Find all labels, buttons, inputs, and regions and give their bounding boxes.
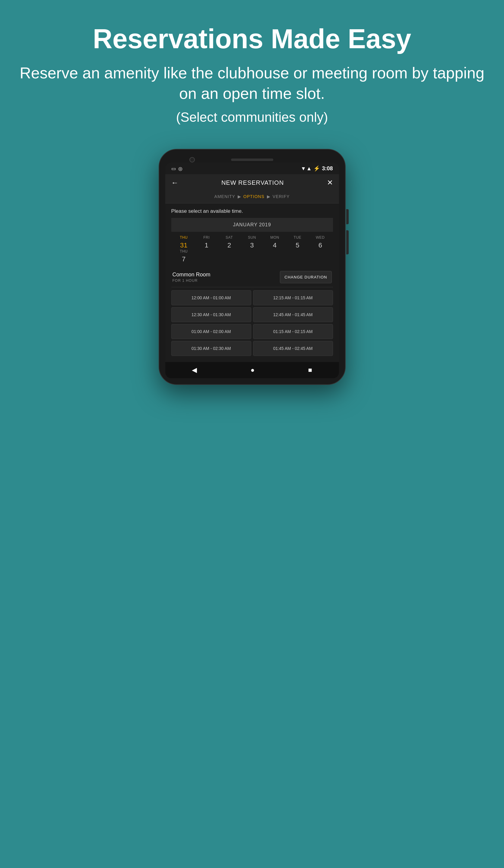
time-slots-grid: 12:00 AM - 01:00 AM 12:15 AM - 01:15 AM … <box>171 287 333 359</box>
sd-card-icon: ▭ <box>171 166 176 172</box>
calendar-day-sun3[interactable]: SUN 3 <box>241 235 263 249</box>
signal-icon: ▲ <box>306 165 312 172</box>
calendar-day-sat2[interactable]: SAT 2 <box>218 235 240 249</box>
instruction-text: Please select an available time. <box>171 208 333 214</box>
time-slot-2[interactable]: 12:15 AM - 01:15 AM <box>253 290 333 305</box>
calendar-day-mon4[interactable]: MON 4 <box>263 235 286 249</box>
calendar-day-fri1[interactable]: FRI 1 <box>195 235 218 249</box>
phone-outer: ▭ ◎ ▾ ▲ ⚡ 3:08 ← NEW RESERVATION ✕ AMENI… <box>159 149 346 385</box>
phone-top-bar <box>165 156 339 163</box>
room-duration: FOR 1 HOUR <box>172 278 211 283</box>
hero-title: Reservations Made Easy <box>18 24 486 54</box>
time-display: 3:08 <box>322 165 333 172</box>
phone-nav: ◀ ● ■ <box>165 362 339 378</box>
camera-icon <box>189 157 195 163</box>
arrow-1: ▶ <box>238 194 241 199</box>
app-header: ← NEW RESERVATION ✕ <box>165 174 339 191</box>
calendar-day-thu31[interactable]: THU 31 <box>172 235 195 249</box>
time-slot-8[interactable]: 01:45 AM - 02:45 AM <box>253 341 333 356</box>
time-slot-5[interactable]: 01:00 AM - 02:00 AM <box>171 324 251 339</box>
calendar-day-tue5[interactable]: TUE 5 <box>286 235 309 249</box>
room-name: Common Room <box>172 271 211 278</box>
time-slot-4[interactable]: 12:45 AM - 01:45 AM <box>253 307 333 322</box>
hero-section: Reservations Made Easy Reserve an amenit… <box>0 0 504 143</box>
nav-home-button[interactable]: ● <box>251 366 254 374</box>
battery-icon: ⚡ <box>313 165 320 172</box>
arrow-2: ▶ <box>267 194 270 199</box>
status-left: ▭ ◎ <box>171 166 182 172</box>
room-info: Common Room FOR 1 HOUR <box>172 271 211 283</box>
calendar-month[interactable]: JANUARY 2019 <box>171 218 333 232</box>
room-duration-row: Common Room FOR 1 HOUR CHANGE DURATION <box>171 266 333 287</box>
calendar-days: THU 31 FRI 1 SAT 2 SUN <box>171 232 333 266</box>
app-content: Please select an available time. JANUARY… <box>165 204 339 362</box>
volume-button <box>346 209 349 224</box>
step-options: OPTIONS <box>243 194 264 199</box>
change-duration-button[interactable]: CHANGE DURATION <box>280 271 332 283</box>
speaker <box>231 158 273 161</box>
phone-mockup: ▭ ◎ ▾ ▲ ⚡ 3:08 ← NEW RESERVATION ✕ AMENI… <box>159 149 346 385</box>
back-button[interactable]: ← <box>171 178 179 187</box>
status-right: ▾ ▲ ⚡ 3:08 <box>302 165 333 172</box>
wifi-icon: ▾ <box>302 165 305 172</box>
nav-recent-button[interactable]: ■ <box>308 366 312 374</box>
circle-icon: ◎ <box>178 166 182 172</box>
time-slot-6[interactable]: 01:15 AM - 02:15 AM <box>253 324 333 339</box>
calendar-day-thu7[interactable]: THU 7 <box>172 249 195 263</box>
power-button <box>346 230 349 254</box>
nav-back-button[interactable]: ◀ <box>192 366 197 374</box>
step-verify: VERIFY <box>273 194 290 199</box>
status-bar: ▭ ◎ ▾ ▲ ⚡ 3:08 <box>165 163 339 174</box>
screen-title: NEW RESERVATION <box>221 179 284 186</box>
step-amenity: AMENITY <box>214 194 235 199</box>
close-button[interactable]: ✕ <box>327 178 333 187</box>
calendar-day-wed6[interactable]: WED 6 <box>309 235 332 249</box>
hero-note: (Select communities only) <box>18 110 486 125</box>
time-slot-3[interactable]: 12:30 AM - 01:30 AM <box>171 307 251 322</box>
hero-subtitle: Reserve an amenity like the clubhouse or… <box>18 63 486 104</box>
time-slot-1[interactable]: 12:00 AM - 01:00 AM <box>171 290 251 305</box>
progress-steps: AMENITY ▶ OPTIONS ▶ VERIFY <box>165 191 339 204</box>
time-slot-7[interactable]: 01:30 AM - 02:30 AM <box>171 341 251 356</box>
phone-screen: ▭ ◎ ▾ ▲ ⚡ 3:08 ← NEW RESERVATION ✕ AMENI… <box>165 163 339 378</box>
